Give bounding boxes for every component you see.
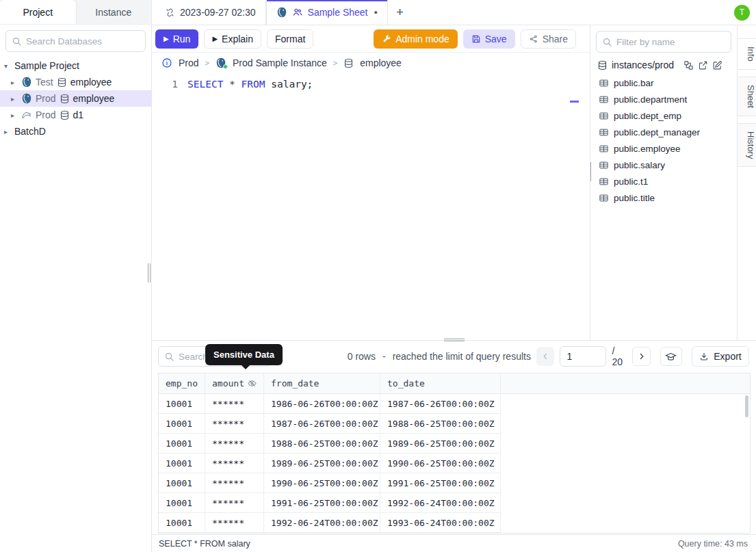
explain-button[interactable]: ▶ Explain	[204, 29, 261, 49]
table-list-item[interactable]: public.dept_manager	[599, 124, 737, 140]
editor-toolbar: ▶ Run ▶ Explain Format Admin mode	[152, 25, 590, 53]
caret-right-icon[interactable]: ▸	[11, 95, 18, 103]
cell-emp_no[interactable]: 10001	[159, 434, 205, 454]
table-list-item[interactable]: public.department	[599, 91, 737, 107]
cell-emp_no[interactable]: 10001	[159, 414, 205, 434]
caret-right-icon[interactable]: ▸	[4, 128, 11, 135]
admin-mode-button[interactable]: Admin mode	[374, 29, 458, 49]
sheet-tab-label: 2023-09-27 02:30	[180, 7, 256, 18]
format-button[interactable]: Format	[267, 29, 313, 49]
side-tab-history[interactable]: History	[738, 123, 756, 167]
sheet-tab-adhoc[interactable]: 2023-09-27 02:30	[155, 0, 266, 25]
sheet-tab-sample-sheet[interactable]: Sample Sheet ●	[266, 0, 388, 25]
schema-filter-input[interactable]	[616, 37, 725, 47]
tree-item-database[interactable]: ▸Prodd1	[0, 107, 151, 123]
cell-emp_no[interactable]: 10001	[159, 473, 205, 493]
table-scrollbar-thumb[interactable]	[745, 395, 748, 417]
table-list-item[interactable]: public.bar	[599, 75, 737, 91]
cell-to_date[interactable]: 1991-06-25T00:00:00Z	[380, 473, 501, 493]
cell-from_date[interactable]: 1992-06-24T00:00:00Z	[264, 513, 380, 533]
cell-from_date[interactable]: 1991-06-25T00:00:00Z	[264, 493, 380, 513]
column-header-from_date[interactable]: from_date	[264, 373, 380, 394]
tree-item-group[interactable]: ▸BatchD	[0, 123, 151, 140]
cell-to_date[interactable]: 1993-06-24T00:00:00Z	[380, 513, 501, 533]
cell-from_date[interactable]: 1990-06-25T00:00:00Z	[264, 473, 380, 493]
table-list-item[interactable]: public.t1	[599, 173, 737, 189]
breadcrumb-instance[interactable]: Prod Sample Instance	[233, 57, 327, 68]
save-button[interactable]: Save	[463, 29, 515, 49]
tree-item-database[interactable]: ▸Testemployee	[0, 74, 151, 90]
run-button[interactable]: ▶ Run	[155, 29, 198, 49]
workspace-row: ▶ Run ▶ Explain Format Admin mode	[152, 25, 756, 340]
cell-emp_no[interactable]: 10001	[159, 493, 205, 513]
results-table: emp_noamountfrom_dateto_date10001******1…	[158, 373, 751, 534]
unlink-icon	[165, 8, 175, 18]
sensitive-data-tooltip: Sensitive Data	[205, 344, 283, 365]
table-icon	[599, 127, 609, 137]
share-button[interactable]: Share	[521, 29, 576, 49]
cell-filler	[501, 454, 750, 473]
postgres-icon	[216, 57, 226, 68]
side-panel-tabs: InfoSheetHistory	[737, 25, 756, 340]
caret-right-icon[interactable]: ▸	[11, 111, 18, 119]
download-icon	[699, 352, 709, 361]
overview-ruler-mark	[570, 101, 579, 103]
side-tab-info[interactable]: Info	[738, 38, 756, 70]
cell-from_date[interactable]: 1989-06-25T00:00:00Z	[264, 454, 380, 473]
schema-diagram-icon[interactable]	[683, 60, 694, 70]
cell-amount[interactable]: ******	[205, 473, 264, 493]
column-header-to_date[interactable]: to_date	[380, 373, 501, 394]
table-list-item[interactable]: public.title	[599, 189, 737, 206]
cell-emp_no[interactable]: 10001	[159, 454, 205, 473]
cell-from_date[interactable]: 1986-06-26T00:00:00Z	[264, 394, 380, 414]
info-icon[interactable]	[161, 57, 172, 68]
breadcrumb-environment[interactable]: Prod	[179, 57, 199, 68]
sidebar-resize-handle[interactable]	[148, 263, 151, 282]
tree-item-database[interactable]: ▸Prodemployee	[0, 90, 151, 107]
play-icon: ▶	[164, 35, 169, 42]
table-icon	[599, 78, 609, 88]
cell-amount[interactable]: ******	[205, 454, 264, 473]
caret-right-icon[interactable]: ▸	[11, 79, 18, 86]
external-link-icon[interactable]	[698, 60, 708, 70]
cell-amount[interactable]: ******	[205, 414, 264, 434]
column-header-filler	[501, 373, 750, 394]
cell-to_date[interactable]: 1987-06-26T00:00:00Z	[380, 394, 501, 414]
cell-to_date[interactable]: 1988-06-25T00:00:00Z	[380, 414, 501, 434]
cell-from_date[interactable]: 1987-06-26T00:00:00Z	[264, 414, 380, 434]
environment-label: Prod	[36, 93, 56, 104]
column-header-amount[interactable]: amount	[205, 373, 264, 394]
cell-amount[interactable]: ******	[205, 434, 264, 454]
database-search-input[interactable]	[26, 36, 140, 47]
caret-down-icon[interactable]: ▾	[4, 62, 11, 70]
cell-amount[interactable]: ******	[205, 513, 264, 533]
schema-resize-handle[interactable]	[590, 162, 591, 181]
prev-page-button[interactable]	[536, 347, 554, 366]
table-list-item[interactable]: public.employee	[599, 140, 737, 157]
cell-from_date[interactable]: 1988-06-25T00:00:00Z	[264, 434, 380, 454]
edit-icon[interactable]	[712, 60, 722, 70]
next-page-button[interactable]	[632, 347, 651, 366]
cell-emp_no[interactable]: 10001	[159, 394, 205, 414]
cell-to_date[interactable]: 1992-06-24T00:00:00Z	[380, 493, 501, 513]
table-list-item[interactable]: public.salary	[599, 157, 737, 173]
export-button[interactable]: Export	[692, 346, 749, 367]
cell-amount[interactable]: ******	[205, 394, 264, 414]
cell-to_date[interactable]: 1990-06-25T00:00:00Z	[380, 454, 501, 473]
sql-editor[interactable]: 1 SELECT * FROM salary;	[152, 73, 590, 340]
page-number-input[interactable]	[560, 346, 606, 367]
cell-emp_no[interactable]: 10001	[159, 513, 205, 533]
cell-to_date[interactable]: 1989-06-25T00:00:00Z	[380, 434, 501, 454]
new-tab-button[interactable]: +	[388, 0, 412, 25]
cell-amount[interactable]: ******	[205, 493, 264, 513]
table-list-item[interactable]: public.dept_emp	[599, 107, 737, 124]
masking-reason-button[interactable]	[660, 347, 682, 366]
sheet-tab-label: Sample Sheet	[308, 7, 368, 18]
column-header-emp_no[interactable]: emp_no	[159, 373, 205, 394]
tree-item-group[interactable]: ▾Sample Project	[0, 57, 151, 74]
breadcrumb-database[interactable]: employee	[360, 57, 402, 68]
tab-instance[interactable]: Instance	[76, 0, 152, 24]
side-tab-sheet[interactable]: Sheet	[738, 77, 756, 116]
user-avatar[interactable]: T	[734, 5, 750, 21]
tab-project[interactable]: Project	[0, 0, 76, 24]
